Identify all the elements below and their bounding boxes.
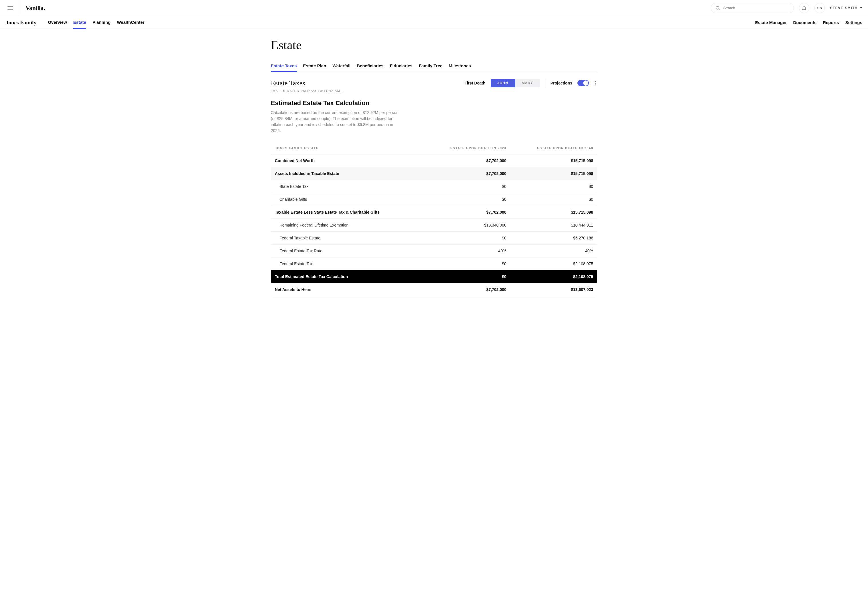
divider — [545, 79, 546, 87]
table-row: Total Estimated Estate Tax Calculation$0… — [271, 270, 597, 283]
table-row: Taxable Estate Less State Estate Tax & C… — [271, 206, 597, 219]
row-value-2040: $2,108,075 — [510, 258, 597, 270]
chevron-down-icon — [860, 7, 862, 9]
calc-title: Estimated Estate Tax Calculation — [271, 99, 597, 107]
logo-dot: . — [43, 4, 45, 11]
nav-planning[interactable]: Planning — [93, 16, 110, 29]
search-input[interactable] — [723, 6, 790, 10]
svg-line-1 — [719, 9, 720, 10]
avatar-initials: SS — [817, 6, 823, 10]
table-row: Federal Taxable Estate$0$5,270,186 — [271, 232, 597, 245]
row-label: Charitable Gifts — [271, 193, 424, 206]
table-row: Net Assets to Heirs$7,702,000$13,607,023 — [271, 283, 597, 296]
row-value-2023: $0 — [424, 193, 510, 206]
row-value-2040: $15,715,098 — [510, 167, 597, 180]
calc-description: Calculations are based on the current ex… — [271, 110, 403, 134]
row-value-2023: $0 — [424, 270, 510, 283]
subtabs: Estate TaxesEstate PlanWaterfallBenefici… — [271, 61, 597, 72]
table-header-row: JONES FAMILY ESTATE ESTATE UPON DEATH IN… — [271, 142, 597, 154]
projections-label: Projections — [550, 81, 572, 85]
row-value-2040: $2,108,075 — [510, 270, 597, 283]
row-value-2040: $0 — [510, 180, 597, 193]
row-label: Federal Taxable Estate — [271, 232, 424, 245]
secondary-nav: Estate ManagerDocumentsReportsSettings — [755, 20, 862, 25]
row-label: Federal Estate Tax Rate — [271, 245, 424, 258]
last-updated: LAST UPDATED 05/15/23 10:11:42 AM | — [271, 89, 597, 93]
nav-overview[interactable]: Overview — [48, 16, 67, 29]
table-row: Federal Estate Tax$0$2,108,075 — [271, 258, 597, 270]
table-row: Assets Included in Taxable Estate$7,702,… — [271, 167, 597, 180]
row-value-2023: $7,702,000 — [424, 283, 510, 296]
tax-table: JONES FAMILY ESTATE ESTATE UPON DEATH IN… — [271, 142, 597, 296]
section-controls: First Death JOHN MARY Projections — [464, 79, 597, 87]
nav-estate[interactable]: Estate — [73, 16, 86, 29]
row-value-2040: $13,607,023 — [510, 283, 597, 296]
row-value-2040: $5,270,186 — [510, 232, 597, 245]
table-row: Federal Estate Tax Rate40%40% — [271, 245, 597, 258]
more-menu-icon[interactable] — [594, 80, 597, 87]
row-value-2023: $18,340,000 — [424, 219, 510, 232]
notifications-button[interactable] — [799, 3, 809, 13]
row-value-2040: $10,444,911 — [510, 219, 597, 232]
row-label: Assets Included in Taxable Estate — [271, 167, 424, 180]
row-label: Taxable Estate Less State Estate Tax & C… — [271, 206, 424, 219]
logo-text: Vanilla — [25, 4, 43, 11]
nav-estate-manager[interactable]: Estate Manager — [755, 20, 787, 25]
search-icon — [715, 5, 720, 11]
subtab-estate-taxes[interactable]: Estate Taxes — [271, 61, 297, 72]
primary-nav: OverviewEstatePlanningWealthCenter — [48, 16, 144, 29]
row-value-2040: $15,715,098 — [510, 154, 597, 167]
nav-settings[interactable]: Settings — [845, 20, 862, 25]
toggle-mary[interactable]: MARY — [515, 79, 540, 87]
row-label: State Estate Tax — [271, 180, 424, 193]
toggle-john[interactable]: JOHN — [491, 79, 515, 87]
user-name: STEVE SMITH — [830, 6, 858, 10]
table-row: Combined Net Worth$7,702,000$15,715,098 — [271, 154, 597, 167]
table-row: Charitable Gifts$0$0 — [271, 193, 597, 206]
row-value-2040: 40% — [510, 245, 597, 258]
row-value-2023: $7,702,000 — [424, 154, 510, 167]
navbar: Jones Family OverviewEstatePlanningWealt… — [0, 16, 868, 29]
last-updated-label: LAST UPDATED — [271, 89, 299, 93]
divider — [20, 0, 20, 16]
svg-point-0 — [716, 6, 719, 9]
menu-icon[interactable] — [6, 4, 15, 12]
row-value-2023: $0 — [424, 258, 510, 270]
row-value-2040: $15,715,098 — [510, 206, 597, 219]
nav-wealthcenter[interactable]: WealthCenter — [117, 16, 144, 29]
row-value-2023: $7,702,000 — [424, 206, 510, 219]
separator: | — [341, 89, 343, 93]
col-2023: ESTATE UPON DEATH IN 2023 — [424, 142, 510, 154]
last-updated-value: 05/15/23 10:11:42 AM — [301, 89, 340, 93]
topbar: Vanilla. SS STEVE SMITH — [0, 0, 868, 16]
row-label: Combined Net Worth — [271, 154, 424, 167]
row-value-2023: $7,702,000 — [424, 167, 510, 180]
row-label: Federal Estate Tax — [271, 258, 424, 270]
table-row: State Estate Tax$0$0 — [271, 180, 597, 193]
nav-reports[interactable]: Reports — [823, 20, 839, 25]
family-name: Jones Family — [6, 19, 36, 26]
row-value-2023: $0 — [424, 180, 510, 193]
avatar[interactable]: SS — [814, 3, 825, 13]
search-input-container[interactable] — [711, 3, 794, 13]
subtab-beneficiaries[interactable]: Beneficiaries — [357, 61, 383, 71]
row-label: Total Estimated Estate Tax Calculation — [271, 270, 424, 283]
subtab-fiduciaries[interactable]: Fiduciaries — [390, 61, 412, 71]
projections-switch[interactable] — [577, 80, 589, 86]
bell-icon — [801, 5, 807, 11]
subtab-milestones[interactable]: Milestones — [449, 61, 471, 71]
subtab-waterfall[interactable]: Waterfall — [332, 61, 350, 71]
subtab-family-tree[interactable]: Family Tree — [419, 61, 443, 71]
subtab-estate-plan[interactable]: Estate Plan — [303, 61, 326, 71]
section-title: Estate Taxes — [271, 79, 305, 87]
logo[interactable]: Vanilla. — [25, 4, 45, 12]
row-label: Net Assets to Heirs — [271, 283, 424, 296]
col-estate: JONES FAMILY ESTATE — [271, 142, 424, 154]
user-menu[interactable]: STEVE SMITH — [830, 6, 862, 10]
row-value-2023: 40% — [424, 245, 510, 258]
page-content: Estate Estate TaxesEstate PlanWaterfallB… — [265, 29, 603, 313]
table-row: Remaining Federal Lifetime Exemption$18,… — [271, 219, 597, 232]
col-2040: ESTATE UPON DEATH IN 2040 — [510, 142, 597, 154]
page-title: Estate — [271, 38, 597, 53]
nav-documents[interactable]: Documents — [793, 20, 817, 25]
